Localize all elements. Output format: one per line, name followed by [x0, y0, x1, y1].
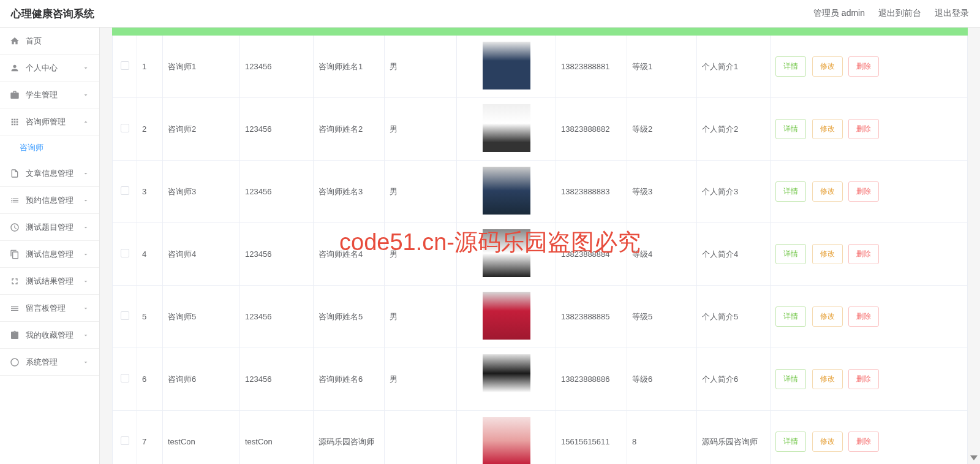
row-checkbox[interactable] — [121, 61, 129, 70]
row-checkbox[interactable] — [121, 124, 129, 132]
clock-icon — [10, 357, 20, 367]
cell-intro: 个人简介6 — [697, 348, 771, 411]
clipboard-icon — [10, 330, 20, 340]
cell-gender: 男 — [385, 161, 457, 223]
cell-name: 咨询师姓名6 — [314, 348, 385, 411]
detail-button[interactable]: 详情 — [775, 244, 806, 264]
sidebar-item-testresult[interactable]: 测试结果管理 — [0, 268, 99, 295]
admin-label[interactable]: 管理员 admin — [813, 8, 865, 19]
cell-index: 7 — [137, 411, 163, 465]
cell-phone: 15615615611 — [556, 411, 627, 465]
chevron-down-icon — [82, 197, 89, 204]
delete-button[interactable]: 删除 — [848, 306, 879, 327]
chevron-down-icon — [82, 359, 89, 366]
table-row: 2 咨询师2 123456 咨询师姓名2 男 13823888882 等级2 个… — [113, 98, 968, 161]
sidebar-item-system[interactable]: 系统管理 — [0, 349, 99, 376]
cell-account: 咨询师6 — [163, 348, 240, 411]
cell-gender: 男 — [385, 348, 457, 411]
home-icon — [10, 36, 20, 46]
row-checkbox[interactable] — [121, 436, 129, 445]
logout-front-link[interactable]: 退出到前台 — [878, 8, 921, 19]
delete-button[interactable]: 删除 — [848, 369, 879, 389]
cell-intro: 个人简介2 — [697, 98, 771, 161]
sidebar-item-msgboard[interactable]: 留言板管理 — [0, 295, 99, 322]
edit-button[interactable]: 修改 — [812, 56, 843, 77]
sidebar-item-home[interactable]: 首页 — [0, 28, 99, 55]
detail-button[interactable]: 详情 — [775, 119, 806, 139]
table-row: 4 咨询师4 123456 咨询师姓名4 男 13823888884 等级4 个… — [113, 223, 968, 286]
briefcase-icon — [10, 90, 20, 100]
cell-operations: 详情 修改 删除 — [771, 36, 968, 98]
sidebar-item-student[interactable]: 学生管理 — [0, 82, 99, 108]
detail-button[interactable]: 详情 — [775, 56, 806, 77]
sidebar-item-article[interactable]: 文章信息管理 — [0, 160, 99, 187]
cell-name: 咨询师姓名2 — [314, 98, 385, 161]
cell-operations: 详情 修改 删除 — [771, 98, 968, 161]
counselor-photo — [483, 417, 530, 464]
delete-button[interactable]: 删除 — [848, 244, 879, 264]
edit-button[interactable]: 修改 — [812, 306, 843, 327]
sidebar-item-appointment[interactable]: 预约信息管理 — [0, 187, 99, 214]
cell-level: 等级6 — [627, 348, 697, 411]
cell-password: 123456 — [240, 348, 314, 411]
edit-button[interactable]: 修改 — [812, 432, 843, 452]
cell-name: 咨询师姓名1 — [314, 36, 385, 98]
delete-button[interactable]: 删除 — [848, 56, 879, 77]
sidebar-item-favorite[interactable]: 我的收藏管理 — [0, 322, 99, 349]
row-checkbox[interactable] — [121, 249, 129, 257]
sidebar-item-question[interactable]: 测试题目管理 — [0, 214, 99, 241]
cell-account: 咨询师5 — [163, 286, 240, 348]
table-row: 1 咨询师1 123456 咨询师姓名1 男 13823888881 等级1 个… — [113, 36, 968, 98]
cell-level: 8 — [627, 411, 697, 465]
table-row: 3 咨询师3 123456 咨询师姓名3 男 13823888883 等级3 个… — [113, 161, 968, 223]
scroll-down-icon[interactable] — [970, 455, 978, 460]
cell-operations: 详情 修改 删除 — [771, 286, 968, 348]
cell-gender: 男 — [385, 286, 457, 348]
clock-icon — [10, 222, 20, 232]
row-checkbox[interactable] — [121, 311, 129, 320]
edit-button[interactable]: 修改 — [812, 181, 843, 202]
cell-password: 123456 — [240, 161, 314, 223]
delete-button[interactable]: 删除 — [848, 181, 879, 202]
sidebar-item-personal[interactable]: 个人中心 — [0, 55, 99, 82]
edit-button[interactable]: 修改 — [812, 244, 843, 264]
delete-button[interactable]: 删除 — [848, 432, 879, 452]
detail-button[interactable]: 详情 — [775, 432, 806, 452]
cell-gender: 男 — [385, 223, 457, 286]
cell-level: 等级4 — [627, 223, 697, 286]
cell-index: 4 — [137, 223, 163, 286]
detail-button[interactable]: 详情 — [775, 306, 806, 327]
edit-button[interactable]: 修改 — [812, 369, 843, 389]
delete-button[interactable]: 删除 — [848, 119, 879, 139]
counselor-photo — [483, 292, 530, 340]
fullscreen-icon — [10, 276, 20, 286]
cell-gender — [385, 411, 457, 465]
cell-intro: 个人简介4 — [697, 223, 771, 286]
sidebar-subitem-counselor[interactable]: 咨询师 — [0, 135, 99, 160]
counselor-table: 1 咨询师1 123456 咨询师姓名1 男 13823888881 等级1 个… — [112, 28, 968, 464]
row-checkbox[interactable] — [121, 186, 129, 195]
cell-index: 3 — [137, 161, 163, 223]
cell-intro: 个人简介3 — [697, 161, 771, 223]
counselor-photo — [483, 42, 530, 89]
detail-button[interactable]: 详情 — [775, 369, 806, 389]
table-row: 6 咨询师6 123456 咨询师姓名6 男 13823888886 等级6 个… — [113, 348, 968, 411]
counselor-photo — [483, 354, 530, 402]
user-icon — [10, 63, 20, 73]
logout-link[interactable]: 退出登录 — [935, 8, 969, 19]
detail-button[interactable]: 详情 — [775, 181, 806, 202]
row-checkbox[interactable] — [121, 374, 129, 382]
cell-phone: 13823888885 — [556, 286, 627, 348]
sidebar-item-testinfo[interactable]: 测试信息管理 — [0, 241, 99, 268]
cell-photo — [457, 223, 556, 286]
cell-phone: 13823888884 — [556, 223, 627, 286]
sidebar-item-counselor-mgmt[interactable]: 咨询师管理 — [0, 108, 99, 135]
chevron-down-icon — [82, 305, 89, 312]
cell-phone: 13823888881 — [556, 36, 627, 98]
cell-account: 咨询师2 — [163, 98, 240, 161]
cell-account: 咨询师4 — [163, 223, 240, 286]
chevron-down-icon — [82, 170, 89, 177]
cell-gender: 男 — [385, 36, 457, 98]
edit-button[interactable]: 修改 — [812, 119, 843, 139]
chevron-up-icon — [82, 118, 89, 126]
